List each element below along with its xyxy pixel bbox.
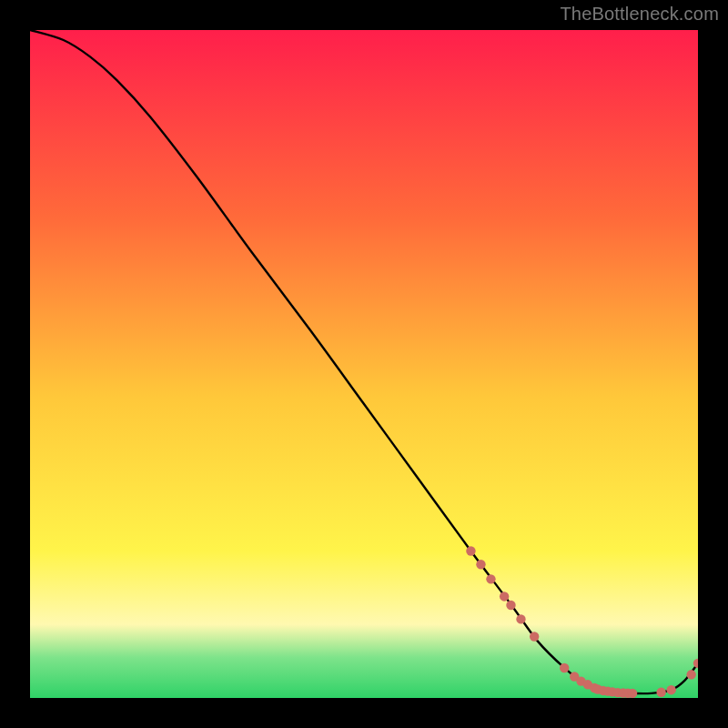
data-point [686,670,695,679]
watermark-text: TheBottleneck.com [560,4,719,25]
data-point [476,560,485,569]
chart-svg [30,30,698,698]
data-point [656,688,665,697]
data-point [500,592,509,601]
data-point [628,689,637,698]
plot-area [30,30,698,698]
data-point [560,663,569,672]
data-point [466,546,475,555]
data-point [666,685,675,694]
data-point [506,601,515,610]
data-point [530,632,539,641]
data-point [486,574,495,583]
chart-stage: TheBottleneck.com [0,0,728,728]
gradient-background [30,30,698,698]
data-point [516,614,525,623]
